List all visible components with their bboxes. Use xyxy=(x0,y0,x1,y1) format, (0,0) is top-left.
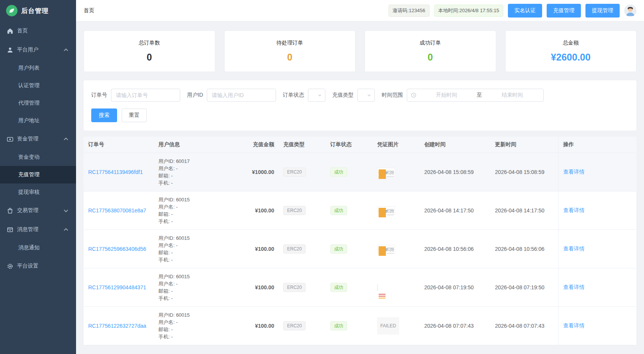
sidebar-item-label: 平台用户 xyxy=(17,46,38,53)
leaf-logo-icon xyxy=(6,5,17,16)
table-row: RC1775638070081e8a7 用户ID: 60015 用户名: - 邮… xyxy=(84,191,636,230)
user-id-label: 用户ID xyxy=(187,92,203,99)
created-cell: 2026-04-08 07:19:50 xyxy=(420,268,490,307)
view-detail-link[interactable]: 查看详情 xyxy=(563,322,584,328)
user-email: 邮箱: - xyxy=(159,210,227,218)
user-id-input[interactable] xyxy=(207,89,276,102)
col-user-info: 用户信息 xyxy=(154,137,232,153)
user-email: 邮箱: - xyxy=(159,326,227,333)
stat-value: 0 xyxy=(369,52,492,63)
sidebar-item-message-notice[interactable]: 消息通知 xyxy=(0,239,76,257)
table-row: RC17756129904484371 用户ID: 60015 用户名: - 邮… xyxy=(84,268,636,307)
sidebar-item-withdraw-review[interactable]: 提现审核 xyxy=(0,183,76,201)
sidebar-item-platform-settings[interactable]: 平台设置 xyxy=(0,257,76,276)
sidebar-item-label: 平台设置 xyxy=(17,263,38,269)
filter-actions: 搜索 重置 xyxy=(91,108,629,122)
table-row: RC1775641139496fdf1 用户ID: 60017 用户名: - 邮… xyxy=(84,153,636,191)
user-phone: 手机: - xyxy=(159,333,227,340)
voucher-thumbnail[interactable]: 收付款 (2) xyxy=(377,245,395,253)
home-icon xyxy=(7,28,13,34)
admin-app: 后台管理 首页 平台用户 用户列表 认证管理 代理管理 用户地址 资金管理 xyxy=(0,0,644,354)
voucher-failed-placeholder: FAILED xyxy=(377,317,399,335)
recharge-button[interactable]: 充值管理 xyxy=(547,4,581,18)
order-no-link[interactable]: RC17756259663406d56 xyxy=(88,246,146,252)
col-actions: 操作 xyxy=(558,137,636,153)
sidebar-item-recharge-management[interactable]: 充值管理 xyxy=(0,166,76,183)
search-button[interactable]: 搜索 xyxy=(91,108,117,122)
updated-cell: 2026-04-08 14:17:50 xyxy=(490,191,558,230)
voucher-thumbnail[interactable]: 收付款 (2) xyxy=(377,206,395,215)
breadcrumb[interactable]: 首页 xyxy=(84,7,94,14)
order-status-select[interactable] xyxy=(308,89,325,102)
user-info-cell: 用户ID: 60015 用户名: - 邮箱: - 手机: - xyxy=(154,191,232,230)
table-row: RC17756122632727daa 用户ID: 60015 用户名: - 邮… xyxy=(84,307,636,345)
verify-button[interactable]: 实名认证 xyxy=(508,4,542,18)
user-id: 用户ID: 60015 xyxy=(159,196,227,203)
voucher-thumbnail[interactable] xyxy=(377,284,378,291)
withdraw-button[interactable]: 提现管理 xyxy=(585,4,620,18)
sidebar-item-message-management[interactable]: 消息管理 xyxy=(0,220,76,239)
stat-label: 待处理订单 xyxy=(228,40,352,46)
stat-value: 0 xyxy=(228,52,352,63)
sidebar: 后台管理 首页 平台用户 用户列表 认证管理 代理管理 用户地址 资金管理 xyxy=(0,0,76,354)
sidebar-item-user-list[interactable]: 用户列表 xyxy=(0,59,76,77)
recharge-type-label: 充值类型 xyxy=(332,92,354,99)
user-phone: 手机: - xyxy=(159,179,227,187)
type-badge: ERC20 xyxy=(283,283,306,292)
sidebar-item-trade-management[interactable]: 交易管理 xyxy=(0,201,76,220)
bag-icon xyxy=(7,207,13,214)
order-no-link[interactable]: RC17756122632727daa xyxy=(88,323,146,329)
stat-total-amount: 总金额 ¥2600.00 xyxy=(505,30,637,72)
stat-value: 0 xyxy=(88,52,211,63)
user-name: 用户名: - xyxy=(159,203,227,210)
chevron-down-icon xyxy=(367,93,371,97)
user-email: 邮箱: - xyxy=(159,249,227,256)
range-separator: 至 xyxy=(477,92,482,99)
sidebar-item-fund-changes[interactable]: 资金变动 xyxy=(0,148,76,166)
reset-button[interactable]: 重置 xyxy=(122,108,147,122)
view-detail-link[interactable]: 查看详情 xyxy=(563,246,584,252)
sidebar-item-label: 资金管理 xyxy=(17,136,38,142)
sidebar-item-user-address[interactable]: 用户地址 xyxy=(0,112,76,129)
user-phone: 手机: - xyxy=(159,256,227,263)
local-time-badge: 本地时间:2026/4/8 17:55:15 xyxy=(434,5,503,17)
col-amount: 充值金额 xyxy=(232,137,279,153)
table-row: RC17756259663406d56 用户ID: 60015 用户名: - 邮… xyxy=(84,230,636,268)
avatar[interactable] xyxy=(624,5,636,17)
created-cell: 2026-04-08 14:17:50 xyxy=(420,191,490,230)
order-no-link[interactable]: RC1775638070081e8a7 xyxy=(88,207,146,214)
start-time-placeholder: 开始时间 xyxy=(419,92,474,99)
date-range-picker[interactable]: 开始时间 至 结束时间 xyxy=(407,89,544,102)
amount-cell: ¥1000.00 xyxy=(232,153,279,191)
amount-cell: ¥100.00 xyxy=(232,268,279,307)
voucher-thumbnail[interactable]: 收付款 (2) xyxy=(377,168,395,176)
sidebar-item-agent-management[interactable]: 代理管理 xyxy=(0,94,76,112)
col-type: 充值类型 xyxy=(279,137,326,153)
type-badge: ERC20 xyxy=(283,244,306,254)
user-name: 用户名: - xyxy=(159,319,227,326)
sidebar-item-fund-management[interactable]: 资金管理 xyxy=(0,129,76,148)
order-no-input[interactable] xyxy=(111,89,180,102)
stat-label: 总金额 xyxy=(509,40,633,46)
sidebar-item-platform-users[interactable]: 平台用户 xyxy=(0,40,76,59)
col-updated: 更新时间 xyxy=(490,137,558,153)
wallet-icon xyxy=(7,136,13,142)
sidebar-item-home[interactable]: 首页 xyxy=(0,21,76,40)
status-badge: 成功 xyxy=(330,283,347,292)
recharge-type-select[interactable] xyxy=(357,89,375,102)
sidebar-item-auth-management[interactable]: 认证管理 xyxy=(0,77,76,94)
chevron-down-icon xyxy=(63,207,69,214)
view-detail-link[interactable]: 查看详情 xyxy=(563,207,584,213)
view-detail-link[interactable]: 查看详情 xyxy=(563,284,584,290)
status-badge: 成功 xyxy=(330,244,347,254)
updated-cell: 2026-04-08 07:07:43 xyxy=(490,307,558,345)
type-badge: ERC20 xyxy=(283,167,306,177)
chevron-up-icon xyxy=(63,136,69,142)
order-no-link[interactable]: RC17756129904484371 xyxy=(88,284,146,290)
order-no-link[interactable]: RC1775641139496fdf1 xyxy=(88,169,143,175)
main-panel: 首页 邀请码:123456 本地时间:2026/4/8 17:55:15 实名认… xyxy=(76,0,644,354)
content: 总订单数 0 待处理订单 0 成功订单 0 总金额 ¥2600.00 xyxy=(76,21,644,354)
app-logo: 后台管理 xyxy=(0,0,76,21)
user-id: 用户ID: 60017 xyxy=(159,158,227,165)
view-detail-link[interactable]: 查看详情 xyxy=(563,169,584,175)
